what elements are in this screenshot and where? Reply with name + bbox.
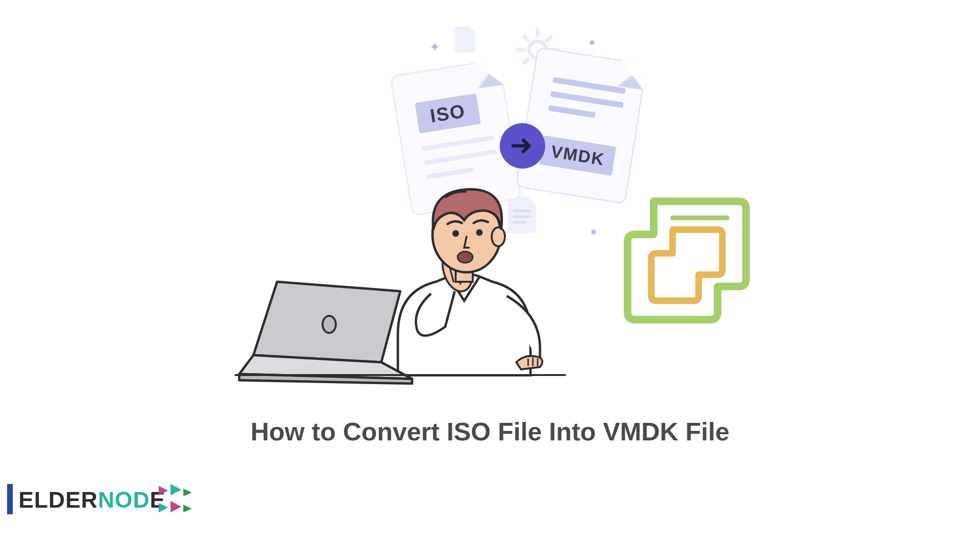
svg-text:ELDERNODE: ELDERNODE bbox=[18, 487, 165, 512]
doc-line bbox=[552, 77, 626, 94]
desk-line bbox=[234, 374, 566, 376]
svg-point-8 bbox=[323, 316, 336, 333]
svg-marker-13 bbox=[183, 489, 192, 496]
doc-line bbox=[422, 135, 495, 151]
eldernode-logo: ELDERNODE bbox=[7, 480, 206, 518]
doc-line bbox=[424, 149, 497, 165]
background-doc-icon bbox=[455, 26, 476, 53]
decorative-dot-icon bbox=[591, 230, 596, 234]
svg-marker-12 bbox=[171, 484, 181, 495]
source-file-label: ISO bbox=[415, 93, 481, 134]
illustration-canvas: ✦ ✦ ISO VMDK bbox=[0, 0, 980, 537]
plus-sparkle-icon: ✦ bbox=[429, 39, 440, 55]
svg-marker-16 bbox=[183, 505, 192, 512]
doc-line bbox=[548, 105, 596, 118]
svg-rect-9 bbox=[7, 484, 13, 514]
laptop-icon bbox=[234, 277, 414, 386]
svg-point-7 bbox=[458, 251, 473, 263]
vmware-workstation-icon bbox=[620, 192, 753, 329]
svg-point-6 bbox=[476, 229, 483, 236]
article-title: How to Convert ISO File Into VMDK File bbox=[0, 417, 980, 446]
doc-line bbox=[550, 91, 624, 108]
arrow-right-icon bbox=[500, 123, 545, 169]
svg-point-5 bbox=[452, 230, 459, 237]
svg-marker-15 bbox=[171, 501, 181, 512]
decorative-dot-icon bbox=[590, 40, 594, 45]
svg-point-4 bbox=[492, 227, 505, 246]
